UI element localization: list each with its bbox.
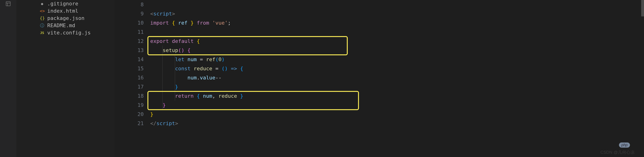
file-name: index.html xyxy=(47,8,78,14)
code-line[interactable] xyxy=(150,0,644,9)
code-line[interactable]: } xyxy=(150,82,644,91)
line-number: 18 xyxy=(115,91,144,100)
file-item[interactable]: {}package.json xyxy=(16,15,115,22)
code-line[interactable]: <script> xyxy=(150,9,644,18)
line-number: 8 xyxy=(115,0,144,9)
file-name: vite.config.js xyxy=(47,30,90,36)
file-explorer: ◆.gitignore<>index.html{}package.jsonⓘRE… xyxy=(16,0,115,157)
line-number: 20 xyxy=(115,110,144,119)
line-number: 12 xyxy=(115,37,144,46)
code-line[interactable]: setup() { xyxy=(150,46,644,55)
file-item[interactable]: <>index.html xyxy=(16,7,115,15)
code-line[interactable]: } xyxy=(150,100,644,110)
file-icon: <> xyxy=(40,9,44,13)
line-number: 15 xyxy=(115,64,144,73)
watermark: CSDN @几何心凉 xyxy=(600,149,635,155)
line-number: 11 xyxy=(115,27,144,37)
line-number: 10 xyxy=(115,18,144,27)
line-number: 13 xyxy=(115,46,144,55)
code-line[interactable]: const reduce = () => { xyxy=(150,64,644,73)
line-number: 16 xyxy=(115,73,144,82)
file-name: README.md xyxy=(47,23,75,28)
minimap[interactable] xyxy=(639,0,644,157)
code-editor[interactable]: 89101112131415161718192021 <script>impor… xyxy=(115,0,644,157)
code-line[interactable] xyxy=(150,27,644,37)
file-name: package.json xyxy=(47,15,84,21)
code-line[interactable]: num.value-- xyxy=(150,73,644,82)
line-number: 17 xyxy=(115,82,144,91)
file-item[interactable]: ⓘREADME.md xyxy=(16,22,115,29)
line-number: 9 xyxy=(115,9,144,18)
file-name: .gitignore xyxy=(47,1,78,7)
file-item[interactable]: JSvite.config.js xyxy=(16,29,115,36)
svg-rect-0 xyxy=(6,2,10,6)
file-icon: {} xyxy=(40,16,44,21)
code-content[interactable]: <script>import { ref } from 'vue';export… xyxy=(150,0,644,128)
code-line[interactable]: export default { xyxy=(150,37,644,46)
line-number: 14 xyxy=(115,55,144,64)
code-line[interactable]: } xyxy=(150,110,644,119)
minimap-thumb[interactable] xyxy=(641,0,644,17)
code-line[interactable]: return { num, reduce } xyxy=(150,91,644,100)
code-line[interactable]: </script> xyxy=(150,119,644,128)
layout-icon[interactable] xyxy=(6,1,11,8)
file-icon: ◆ xyxy=(40,1,44,6)
line-number: 19 xyxy=(115,100,144,110)
file-icon: JS xyxy=(40,31,44,35)
line-number: 21 xyxy=(115,119,144,128)
file-item[interactable]: ◆.gitignore xyxy=(16,0,115,7)
php-badge: php xyxy=(619,142,630,148)
code-line[interactable]: let num = ref(0) xyxy=(150,55,644,64)
code-line[interactable]: import { ref } from 'vue'; xyxy=(150,18,644,27)
file-icon: ⓘ xyxy=(40,23,44,28)
line-number-gutter: 89101112131415161718192021 xyxy=(115,0,148,157)
activity-bar xyxy=(0,0,16,157)
